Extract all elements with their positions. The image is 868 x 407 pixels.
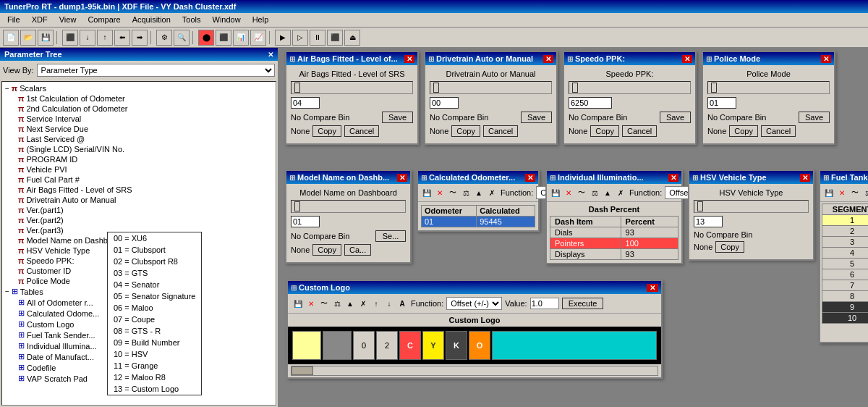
seg-row-1[interactable]: 1 45: [822, 215, 869, 226]
dropdown-item-7[interactable]: 07 = Coupe: [108, 314, 201, 325]
calc-odometer-close[interactable]: ✕: [525, 174, 535, 182]
dropdown-item-11[interactable]: 11 = Grange: [108, 360, 201, 372]
menu-xdf[interactable]: XDF: [27, 14, 52, 25]
dropdown-item-13[interactable]: 13 = Custom Logo: [108, 383, 201, 395]
drivetrain-copy-btn[interactable]: Copy: [451, 125, 480, 137]
speedo-close[interactable]: ✕: [682, 55, 692, 63]
open-button[interactable]: 📂: [20, 30, 36, 46]
logo-scrollbar[interactable]: [291, 366, 658, 376]
eject-button[interactable]: ⏏: [344, 30, 360, 46]
tree-item-1st-odometer[interactable]: π 1st Calculation of Odometer: [4, 93, 274, 104]
illum-row-displays[interactable]: Displays 93: [550, 249, 678, 260]
air-bags-close[interactable]: ✕: [404, 55, 414, 63]
new-button[interactable]: 📄: [3, 30, 19, 46]
custom-logo-title[interactable]: ⊞ Custom Logo ✕: [288, 281, 661, 294]
tree-item-last-serviced[interactable]: π Last Serviced @: [4, 134, 274, 144]
custom-logo-close[interactable]: ✕: [647, 284, 658, 292]
drivetrain-value[interactable]: [430, 97, 459, 109]
seg-row-4[interactable]: 4 87: [822, 248, 869, 259]
logo-cell-c[interactable]: C: [399, 331, 421, 360]
triangle-icon[interactable]: ▲: [344, 298, 356, 309]
toolbar-btn-2[interactable]: ↓: [80, 30, 95, 46]
police-save-btn[interactable]: Save: [799, 112, 830, 123]
scale-icon[interactable]: ⚖: [862, 187, 868, 198]
scale-icon[interactable]: ⚖: [460, 187, 472, 198]
police-title[interactable]: ⊞ Police Mode ✕: [703, 52, 834, 65]
scale-icon[interactable]: ⚖: [331, 298, 343, 309]
speedo-save-btn[interactable]: Save: [660, 112, 691, 123]
save-icon[interactable]: 💾: [421, 187, 433, 198]
speedo-value[interactable]: [569, 97, 612, 109]
illum-row-pointers[interactable]: Pointers 100: [550, 238, 678, 249]
menu-help[interactable]: Help: [248, 14, 273, 25]
dropdown-item-4[interactable]: 04 = Senator: [108, 279, 201, 290]
toolbar-btn-3[interactable]: ↑: [97, 30, 113, 46]
x-icon[interactable]: ✗: [615, 187, 626, 198]
hsv-dropdown[interactable]: 00 = XU6 01 = Clubsport 02 = Clubsport R…: [107, 232, 202, 395]
dropdown-item-10[interactable]: 10 = HSV: [108, 348, 201, 360]
air-bags-title[interactable]: ⊞ Air Bags Fitted - Level of... ✕: [286, 52, 417, 65]
air-bags-cancel-btn[interactable]: Cancel: [344, 125, 379, 137]
drivetrain-cancel-btn[interactable]: Cancel: [483, 125, 518, 137]
up-icon[interactable]: ↑: [370, 298, 382, 309]
logo-cell-3[interactable]: 2: [376, 331, 398, 360]
hsv-slider[interactable]: [694, 200, 809, 213]
tree-item-drivetrain[interactable]: π Drivetrain Auto or Manual: [4, 195, 274, 205]
menu-tools[interactable]: Tools: [178, 14, 205, 25]
police-value[interactable]: [707, 97, 736, 109]
logo-cell-0[interactable]: [292, 331, 321, 360]
fuel-tank-title[interactable]: ⊞ Fuel Tank Sender Cali... ✕: [820, 171, 868, 184]
tree-item-next-service[interactable]: π Next Service Due: [4, 124, 274, 134]
seg-row-3[interactable]: 3 66: [822, 237, 869, 248]
police-copy-btn[interactable]: Copy: [729, 125, 758, 137]
logo-cell-2[interactable]: 0: [353, 331, 375, 360]
down-icon[interactable]: ↓: [383, 298, 395, 309]
calc-odometer-title[interactable]: ⊞ Calculated Odometer... ✕: [418, 171, 538, 184]
police-close[interactable]: ✕: [821, 55, 831, 63]
parameter-tree-close[interactable]: ✕: [268, 51, 273, 59]
wave-icon[interactable]: 〜: [576, 187, 587, 198]
dropdown-item-1[interactable]: 01 = Clubsport: [108, 244, 201, 256]
seg-row-7[interactable]: 7 174: [822, 280, 869, 291]
save-icon[interactable]: 💾: [550, 187, 561, 198]
seg-row-10[interactable]: 10 240: [822, 313, 869, 324]
wave-icon[interactable]: 〜: [447, 187, 459, 198]
save-icon[interactable]: 💾: [292, 298, 304, 309]
tree-item-ver1[interactable]: π Ver.(part1): [4, 205, 274, 215]
close-icon[interactable]: ✕: [434, 187, 446, 198]
x2-icon[interactable]: ✗: [357, 298, 369, 309]
dropdown-item-5[interactable]: 05 = Senator Signature: [108, 290, 201, 302]
dropdown-item-3[interactable]: 03 = GTS: [108, 267, 201, 279]
toolbar-btn-8[interactable]: ⬤: [198, 30, 214, 46]
tree-item-fuel-cal[interactable]: π Fuel Cal Part #: [4, 175, 274, 185]
close-icon[interactable]: ✕: [563, 187, 574, 198]
model-name-value[interactable]: [291, 216, 320, 227]
toolbar-btn-5[interactable]: ➡: [132, 30, 148, 46]
play-button[interactable]: ▶: [275, 30, 291, 46]
speedo-title[interactable]: ⊞ Speedo PPK: ✕: [564, 52, 695, 65]
tree-item-air-bags[interactable]: π Air Bags Fitted - Level of SRS: [4, 185, 274, 195]
illum-row-dials[interactable]: Dials 93: [550, 227, 678, 238]
drivetrain-save-btn[interactable]: Save: [521, 112, 552, 123]
illum-close[interactable]: ✕: [668, 174, 678, 182]
model-name-cancel-btn[interactable]: Ca...: [344, 244, 371, 256]
tree-scalars-header[interactable]: − π Scalars: [4, 83, 274, 93]
air-bags-copy-btn[interactable]: Copy: [312, 125, 341, 137]
bold-a-icon[interactable]: A: [396, 298, 408, 309]
triangle-icon[interactable]: ▲: [602, 187, 613, 198]
air-bags-save-btn[interactable]: Save: [382, 112, 413, 123]
dropdown-item-2[interactable]: 02 = Clubsport R8: [108, 256, 201, 267]
toolbar-btn-11[interactable]: 📈: [250, 30, 266, 46]
stop-button[interactable]: ⬛: [327, 30, 343, 46]
value-input[interactable]: [530, 298, 559, 309]
wave-icon[interactable]: 〜: [318, 298, 330, 309]
model-name-close[interactable]: ✕: [397, 174, 407, 182]
save-button[interactable]: 💾: [38, 30, 54, 46]
hsv-value[interactable]: [694, 216, 723, 227]
drivetrain-close[interactable]: ✕: [543, 55, 553, 63]
tree-item-2nd-odometer[interactable]: π 2nd Calculation of Odometer: [4, 104, 274, 114]
hsv-close[interactable]: ✕: [800, 174, 810, 182]
tree-item-vehicle-pvi[interactable]: π Vehicle PVI: [4, 164, 274, 175]
seg-row-6[interactable]: 6 128: [822, 269, 869, 280]
tree-item-service-interval[interactable]: π Service Interval: [4, 114, 274, 124]
